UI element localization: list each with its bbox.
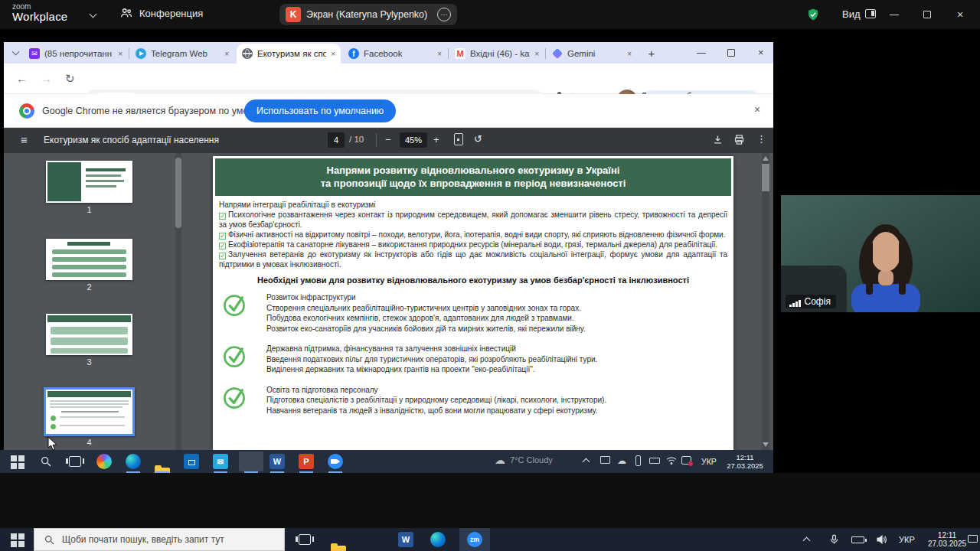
forward-button[interactable]: → xyxy=(41,72,52,85)
mail-app-icon[interactable]: ✉ xyxy=(213,454,228,469)
tab-close-icon[interactable]: × xyxy=(224,50,229,58)
restore-button[interactable] xyxy=(923,11,931,18)
zoom-level[interactable]: 45% xyxy=(400,132,427,148)
wifi-icon[interactable] xyxy=(666,456,677,465)
thumbnail-page-4-selected[interactable] xyxy=(44,387,135,436)
browser-tab-gemini[interactable]: Gemini × xyxy=(547,44,637,64)
notification-icon[interactable] xyxy=(968,535,978,543)
battery-tray-icon[interactable] xyxy=(649,458,660,464)
fit-page-icon[interactable] xyxy=(454,133,463,145)
minimize-button[interactable] xyxy=(890,15,899,15)
tray-expand-icon[interactable] xyxy=(583,458,590,466)
onedrive-icon[interactable]: ☁ xyxy=(617,455,626,466)
start-button[interactable] xyxy=(11,533,24,547)
big-check-icon xyxy=(222,292,247,317)
browser-close-button[interactable]: × xyxy=(758,47,764,58)
page-scrollbar-thumb[interactable] xyxy=(762,164,769,191)
view-button[interactable]: Вид xyxy=(842,8,861,20)
start-button[interactable] xyxy=(11,455,24,469)
powerpoint-icon[interactable]: P xyxy=(299,454,314,469)
scroll-up-icon[interactable] xyxy=(763,156,769,161)
tab-close-icon[interactable]: × xyxy=(534,50,539,58)
task-view-icon[interactable] xyxy=(69,456,81,467)
edge-icon[interactable] xyxy=(126,454,141,469)
mic-tray-icon[interactable] xyxy=(828,533,840,546)
telegram-icon xyxy=(136,48,146,59)
page-scrollbar[interactable] xyxy=(762,153,769,450)
checkbox-icon: ✓ xyxy=(219,253,226,259)
security-shield-icon[interactable] xyxy=(806,8,820,21)
share-options-icon[interactable]: ⋯ xyxy=(437,8,451,21)
meeting-tab[interactable]: Конференция xyxy=(119,6,203,20)
pdf-title: Екотуризм як спосіб адаптації населення xyxy=(44,135,219,145)
clock[interactable]: 12:11 27.03.2025 xyxy=(722,453,768,470)
tab-separator xyxy=(545,48,546,59)
view-layout-icon[interactable] xyxy=(865,9,876,18)
browser-restore-button[interactable] xyxy=(727,49,735,57)
task-view-icon[interactable] xyxy=(299,534,311,545)
word-icon[interactable]: W xyxy=(398,532,413,547)
browser-tab-mail[interactable]: ✉ (85 непрочитанн × xyxy=(24,44,128,64)
edge-icon[interactable] xyxy=(430,532,446,547)
weather-widget[interactable]: ☁ 7°C Cloudy xyxy=(495,454,553,466)
search-icon xyxy=(44,534,55,546)
new-tab-button[interactable]: + xyxy=(644,45,659,60)
device-tray-icon[interactable] xyxy=(600,456,610,464)
browser-tab-facebook[interactable]: f Facebook × xyxy=(343,44,447,64)
thumbnail-scrollbar-thumb[interactable] xyxy=(175,158,181,228)
zoom-out-button[interactable]: − xyxy=(385,134,391,145)
phone-tray-icon[interactable] xyxy=(635,455,641,466)
language-indicator[interactable]: УКР xyxy=(899,535,915,544)
rotate-icon[interactable]: ↺ xyxy=(474,133,482,145)
pdf-more-icon[interactable]: ⋮ xyxy=(756,133,766,145)
workspace-chevron-icon[interactable] xyxy=(90,11,97,18)
default-browser-notice: Google Chrome не является браузером по у… xyxy=(4,94,773,128)
webcam-video[interactable]: Софія xyxy=(781,195,980,312)
search-icon[interactable] xyxy=(40,455,52,468)
tab-close-icon[interactable]: × xyxy=(437,50,442,58)
thumbnail-page-2[interactable] xyxy=(46,239,132,280)
screen-share-tab[interactable]: K Экран (Kateryna Pylypenko) ⋯ xyxy=(279,4,457,25)
back-button[interactable]: ← xyxy=(16,72,28,85)
pdf-menu-icon[interactable]: ≡ xyxy=(21,133,28,146)
microsoft-store-icon[interactable] xyxy=(184,454,199,469)
section-line: Виділення державних та міжнародних грант… xyxy=(266,364,597,375)
zoom-taskbar-icon[interactable]: zm xyxy=(467,532,482,547)
close-button[interactable]: × xyxy=(957,8,963,21)
copilot-icon[interactable] xyxy=(96,454,112,469)
zoom-app-icon[interactable] xyxy=(328,454,343,469)
scroll-down-icon[interactable] xyxy=(763,442,769,447)
language-indicator[interactable]: УКР xyxy=(701,457,717,466)
zoom-in-button[interactable]: + xyxy=(433,134,439,145)
thumbnail-page-1[interactable] xyxy=(46,161,132,203)
browser-minimize-button[interactable] xyxy=(697,53,706,54)
reload-button[interactable]: ↻ xyxy=(65,72,75,86)
thumbnail-page-3[interactable] xyxy=(46,314,132,355)
word-icon[interactable]: W xyxy=(270,454,285,469)
taskbar-search-box[interactable]: Щоби почати пошук, введіть запит тут xyxy=(34,528,285,551)
tab-close-icon[interactable]: × xyxy=(627,50,632,58)
time-text: 12:11 xyxy=(923,531,971,540)
speaker-icon[interactable] xyxy=(876,534,888,545)
notice-close-icon[interactable]: × xyxy=(754,103,760,116)
pdf-download-icon[interactable] xyxy=(712,134,724,145)
print-icon[interactable] xyxy=(733,134,745,145)
browser-tab-gmail[interactable]: M Вхідні (46) - katery × xyxy=(449,44,544,64)
page-number-input[interactable]: 4 xyxy=(328,132,345,148)
tray-expand-icon[interactable] xyxy=(803,537,811,545)
chrome-window: ✉ (85 непрочитанн × Telegram Web × Екоту… xyxy=(4,42,773,450)
file-explorer-icon[interactable] xyxy=(331,546,346,551)
tab-label: Telegram Web xyxy=(151,49,220,58)
tab-close-icon[interactable]: × xyxy=(331,50,335,58)
tab-search-chevron-icon[interactable] xyxy=(12,48,20,56)
tab-close-icon[interactable]: × xyxy=(118,50,122,58)
checklist-item: ✓Екофізіотерапія та санаторне лікування … xyxy=(219,240,727,249)
thumbnail-label: 2 xyxy=(46,282,132,292)
snip-tray-icon[interactable] xyxy=(681,456,691,465)
clock[interactable]: 12:11 27.03.2025 xyxy=(923,531,971,548)
browser-tab-pdf-active[interactable]: Екотуризм як спо × xyxy=(237,44,341,64)
set-default-button[interactable]: Использовать по умолчанию xyxy=(244,99,396,122)
browser-tab-telegram[interactable]: Telegram Web × xyxy=(130,44,234,64)
battery-icon[interactable] xyxy=(851,536,864,543)
section-heading: Розвиток інфраструктури xyxy=(266,292,586,303)
